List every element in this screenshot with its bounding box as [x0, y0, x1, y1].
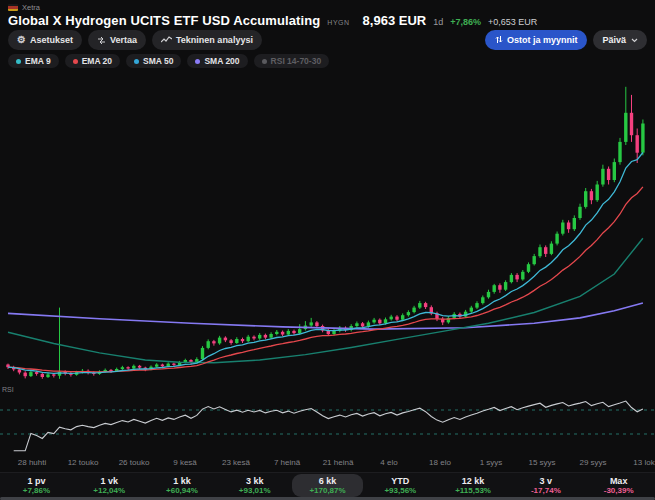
- period-label: 12 kk: [462, 477, 485, 486]
- x-axis-tick: 13 lok: [633, 458, 654, 467]
- legend-label: EMA 9: [25, 56, 51, 66]
- exchange-row: Xetra: [8, 3, 647, 12]
- technical-analysis-button[interactable]: Tekninen analyysi: [152, 30, 262, 50]
- legend-rsi-14-70-30[interactable]: RSI 14-70-30: [254, 54, 330, 68]
- legend-label: EMA 20: [82, 56, 112, 66]
- legend-dot-icon: [134, 59, 139, 64]
- x-axis-tick: 12 touko: [68, 458, 99, 467]
- period-change: +7,86%: [23, 487, 50, 495]
- change-period: 1d: [433, 17, 443, 27]
- period-label: 1 pv: [27, 477, 45, 486]
- change-absolute: +0,653 EUR: [488, 17, 537, 27]
- interval-value: Päivä: [602, 35, 626, 45]
- instrument-ticker: HYGN: [327, 19, 349, 26]
- trades-label: Ostot ja myynnit: [507, 35, 578, 45]
- period-change: -30,39%: [604, 487, 634, 495]
- x-axis-tick: 7 heinä: [274, 458, 300, 467]
- legend-ema-20[interactable]: EMA 20: [65, 54, 120, 68]
- up-down-arrows-icon: [495, 35, 503, 46]
- period-change: +170,87%: [309, 487, 345, 495]
- price-chart[interactable]: [0, 68, 655, 386]
- technical-analysis-label: Tekninen analyysi: [176, 35, 253, 45]
- period-change: +12,04%: [93, 487, 125, 495]
- period-6kk[interactable]: 6 kk+170,87%: [292, 474, 363, 497]
- x-axis-tick: 15 syys: [528, 458, 555, 467]
- sma200-line: [8, 303, 643, 329]
- period-label: 1 vk: [100, 477, 118, 486]
- period-1pv[interactable]: 1 pv+7,86%: [1, 474, 72, 497]
- period-change: -17,74%: [531, 487, 561, 495]
- ema9-line: [8, 153, 643, 374]
- period-max[interactable]: Max-30,39%: [583, 474, 654, 497]
- period-label: 6 kk: [319, 477, 337, 486]
- settings-button[interactable]: ⚙ Asetukset: [8, 30, 82, 50]
- legend-dot-icon: [195, 59, 200, 64]
- period-change: +93,56%: [384, 487, 416, 495]
- x-axis-tick: 21 heinä: [323, 458, 354, 467]
- period-1kk[interactable]: 1 kk+60,94%: [147, 474, 218, 497]
- legend-dot-icon: [73, 59, 78, 64]
- compare-button[interactable]: Vertaa: [88, 30, 146, 50]
- instrument-header: Xetra Global X Hydrogen UCITS ETF USD Ac…: [0, 0, 655, 28]
- chart-area: RSI 28 huhti12 touko26 touko9 kesä23 kes…: [0, 68, 655, 470]
- period-3v[interactable]: 3 v-17,74%: [510, 474, 581, 497]
- x-axis-tick: 28 huhti: [18, 458, 46, 467]
- rsi-panel[interactable]: [0, 388, 655, 456]
- legend-sma-50[interactable]: SMA 50: [126, 54, 181, 68]
- line-chart-icon: [161, 36, 172, 44]
- german-flag-icon: [8, 4, 18, 11]
- x-axis: 28 huhti12 touko26 touko9 kesä23 kesä7 h…: [0, 458, 655, 470]
- gear-icon: ⚙: [17, 35, 26, 45]
- period-3kk[interactable]: 3 kk+93,01%: [219, 474, 290, 497]
- compare-label: Vertaa: [110, 35, 137, 45]
- chevron-down-icon: [631, 38, 638, 43]
- last-price: 8,963 EUR: [363, 13, 427, 28]
- period-label: YTD: [391, 477, 409, 486]
- period-selector: 1 pv+7,86%1 vk+12,04%1 kk+60,94%3 kk+93,…: [0, 472, 655, 498]
- exchange-name: Xetra: [22, 3, 40, 12]
- ema20-line: [8, 187, 643, 372]
- x-axis-tick: 26 touko: [119, 458, 150, 467]
- legend-dot-icon: [262, 59, 267, 64]
- period-label: 3 v: [540, 477, 553, 486]
- toolbar-right: Ostot ja myynnit Päivä: [485, 30, 647, 50]
- interval-dropdown[interactable]: Päivä: [593, 30, 647, 50]
- chart-toolbar: ⚙ Asetukset Vertaa Tekninen analyysi Ost…: [8, 30, 647, 50]
- sma50-line: [8, 238, 643, 363]
- change-percent: +7,86%: [450, 17, 481, 27]
- x-axis-tick: 18 elo: [429, 458, 451, 467]
- indicator-legend: EMA 9EMA 20SMA 50SMA 200RSI 14-70-30: [8, 54, 329, 68]
- period-label: 3 kk: [246, 477, 264, 486]
- period-ytd[interactable]: YTD+93,56%: [365, 474, 436, 497]
- period-change: +60,94%: [166, 487, 198, 495]
- x-axis-tick: 29 syys: [579, 458, 606, 467]
- legend-ema-9[interactable]: EMA 9: [8, 54, 59, 68]
- legend-label: SMA 50: [143, 56, 173, 66]
- legend-dot-icon: [16, 59, 21, 64]
- rsi-line: [14, 401, 643, 451]
- period-1vk[interactable]: 1 vk+12,04%: [74, 474, 145, 497]
- trades-button[interactable]: Ostot ja myynnit: [485, 30, 588, 50]
- period-change: +115,53%: [455, 487, 491, 495]
- period-label: Max: [610, 477, 628, 486]
- legend-sma-200[interactable]: SMA 200: [187, 54, 247, 68]
- settings-label: Asetukset: [30, 35, 73, 45]
- title-row: Global X Hydrogen UCITS ETF USD Accumula…: [8, 13, 647, 28]
- period-label: 1 kk: [173, 477, 191, 486]
- period-change: +93,01%: [239, 487, 271, 495]
- period-12kk[interactable]: 12 kk+115,53%: [438, 474, 509, 497]
- x-axis-tick: 9 kesä: [173, 458, 197, 467]
- x-axis-tick: 4 elo: [380, 458, 397, 467]
- compare-icon: [97, 36, 106, 45]
- instrument-title: Global X Hydrogen UCITS ETF USD Accumula…: [8, 13, 320, 28]
- x-axis-tick: 23 kesä: [222, 458, 250, 467]
- legend-label: SMA 200: [204, 56, 239, 66]
- legend-label: RSI 14-70-30: [271, 56, 322, 66]
- x-axis-tick: 1 syys: [480, 458, 503, 467]
